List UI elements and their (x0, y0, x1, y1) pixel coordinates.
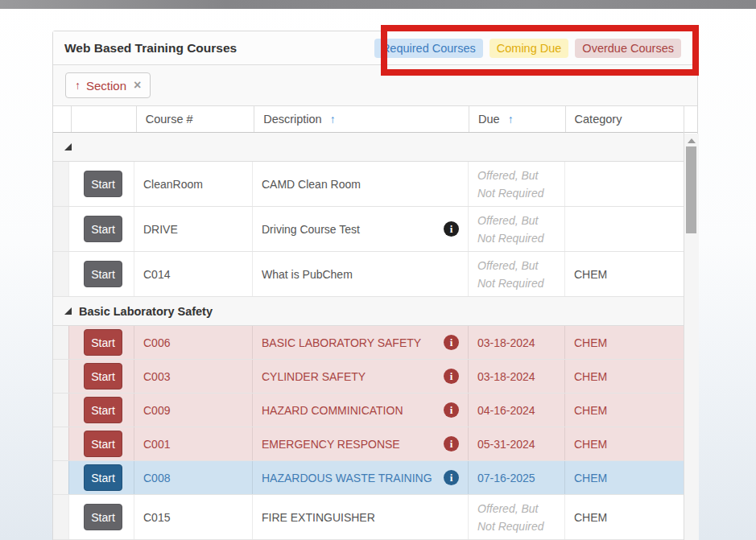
course-number: C006 (143, 336, 170, 349)
course-number-cell: C014 (134, 252, 252, 296)
course-number: CleanRoom (143, 178, 203, 191)
course-row: Start DRIVE Driving Course Test i Offere… (53, 207, 684, 252)
column-header-label: Description (263, 113, 322, 126)
top-window-bar (0, 0, 756, 9)
legend-coming-due-badge: Coming Due (490, 39, 569, 58)
course-number-cell: CleanRoom (134, 162, 252, 206)
start-button[interactable]: Start (84, 504, 122, 530)
course-description: FIRE EXTINGUISHER (262, 511, 375, 524)
scrollbar-thumb[interactable] (686, 146, 696, 233)
course-description: CYLINDER SAFETY (262, 370, 366, 383)
scrollbar-header-spacer (684, 106, 697, 133)
course-number-cell: DRIVE (134, 207, 252, 251)
start-button[interactable]: Start (84, 363, 122, 390)
row-gutter-cell (53, 360, 68, 393)
category-cell: CHEM (564, 360, 684, 393)
collapse-group-icon[interactable] (64, 143, 72, 150)
section-group-chip-label: Section (86, 79, 126, 93)
description-cell: FIRE EXTINGUISHER (252, 495, 468, 539)
description-cell: CYLINDER SAFETY i (252, 360, 468, 393)
table-body: Start CleanRoom CAMD Clean Room Offered,… (53, 133, 684, 540)
course-number: C009 (143, 404, 170, 417)
info-icon[interactable]: i (444, 436, 459, 451)
category-value: CHEM (574, 268, 607, 281)
description-cell: HAZARDOUS WASTE TRAINING i (252, 461, 468, 494)
legend-required-courses-badge: Required Courses (374, 39, 483, 58)
course-number: DRIVE (143, 223, 178, 236)
description-cell: What is PubChem (252, 252, 468, 296)
course-number: C008 (143, 472, 170, 484)
column-header-category[interactable]: Category (565, 106, 684, 132)
course-row: Start C003 CYLINDER SAFETY i 03-18-2024 … (53, 360, 684, 394)
course-number-cell: C008 (134, 461, 252, 494)
row-gutter-cell (53, 394, 68, 427)
info-icon[interactable]: i (444, 402, 459, 418)
category-value: CHEM (574, 336, 607, 349)
course-row: Start CleanRoom CAMD Clean Room Offered,… (53, 162, 684, 207)
group-header-row: Basic Laboratory Safety (53, 297, 684, 326)
category-value: CHEM (574, 370, 607, 383)
info-icon[interactable]: i (444, 470, 459, 485)
start-button[interactable]: Start (84, 397, 122, 423)
due-value: 03-18-2024 (477, 334, 535, 352)
action-cell: Start (68, 394, 134, 427)
action-cell: Start (68, 427, 134, 460)
category-value: CHEM (574, 472, 607, 484)
table-header-row: Course # Description ↑ Due ↑ Category (53, 106, 684, 133)
sort-ascending-icon: ↑ (330, 113, 336, 126)
row-gutter-cell (53, 495, 68, 539)
scroll-up-icon[interactable] (688, 138, 696, 143)
group-name: Basic Laboratory Safety (79, 305, 213, 318)
column-header-due[interactable]: Due ↑ (469, 106, 565, 132)
collapse-group-icon[interactable] (64, 307, 72, 315)
category-cell: CHEM (564, 461, 684, 494)
training-courses-panel: Web Based Training Courses Required Cour… (52, 31, 698, 540)
description-cell: HAZARD COMMINICATION i (252, 394, 468, 427)
row-gutter-cell (53, 427, 68, 460)
due-cell: Offered, But Not Required (468, 207, 564, 251)
row-gutter-cell (53, 207, 68, 251)
due-cell: 05-31-2024 (468, 427, 564, 460)
due-value: Offered, But Not Required (477, 167, 556, 202)
start-button[interactable]: Start (84, 464, 122, 491)
course-description: CAMD Clean Room (262, 178, 361, 191)
column-header-description[interactable]: Description ↑ (254, 106, 469, 132)
category-cell: CHEM (564, 326, 684, 359)
start-button[interactable]: Start (84, 329, 122, 356)
info-icon[interactable]: i (444, 221, 459, 237)
section-group-chip[interactable]: ↑ Section × (65, 72, 151, 98)
column-header-course-number[interactable]: Course # (136, 106, 254, 132)
row-gutter-cell (53, 461, 68, 494)
due-cell: 03-18-2024 (468, 360, 564, 393)
sort-ascending-icon: ↑ (75, 79, 81, 92)
category-value: CHEM (574, 438, 607, 451)
description-cell: EMERGENCY RESPONSE i (252, 427, 468, 460)
course-number: C015 (143, 511, 170, 524)
course-row: Start C006 BASIC LABORATORY SAFETY i 03-… (53, 326, 684, 360)
course-description: HAZARDOUS WASTE TRAINING (262, 472, 432, 484)
start-button[interactable]: Start (84, 261, 122, 287)
info-icon[interactable]: i (444, 369, 459, 384)
category-cell (564, 207, 684, 251)
row-gutter-cell (53, 252, 68, 296)
course-number: C001 (143, 438, 170, 451)
column-header-action (71, 106, 136, 132)
category-cell: CHEM (564, 252, 684, 296)
category-cell: CHEM (564, 495, 684, 539)
course-number-cell: C006 (134, 326, 252, 359)
start-button[interactable]: Start (84, 216, 122, 242)
start-button[interactable]: Start (84, 171, 122, 197)
info-icon[interactable]: i (444, 335, 459, 350)
course-row: Start C015 FIRE EXTINGUISHER Offered, Bu… (53, 495, 684, 540)
start-button[interactable]: Start (84, 431, 122, 457)
due-cell: Offered, But Not Required (468, 162, 564, 206)
due-value: 05-31-2024 (477, 435, 535, 453)
due-cell: 04-16-2024 (468, 394, 564, 427)
category-value: CHEM (574, 404, 607, 417)
scrollbar-track[interactable] (684, 134, 699, 540)
vertical-scrollbar[interactable] (684, 106, 697, 540)
remove-group-icon[interactable]: × (134, 78, 141, 93)
column-header-label: Category (575, 113, 622, 126)
sort-ascending-icon: ↑ (508, 113, 514, 126)
due-value: Offered, But Not Required (477, 500, 556, 535)
